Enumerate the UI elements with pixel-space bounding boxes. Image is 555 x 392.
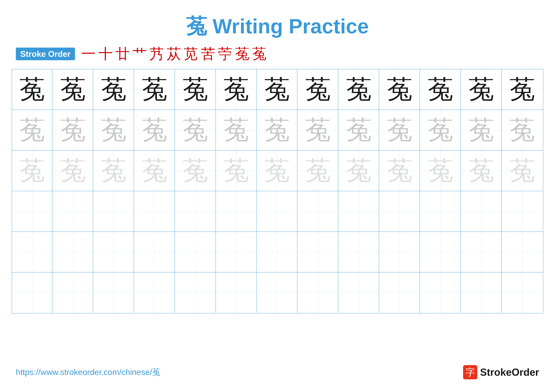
- grid-cell[interactable]: 菟: [53, 69, 93, 110]
- grid-cell[interactable]: [502, 191, 542, 231]
- grid-cell[interactable]: [12, 191, 52, 231]
- grid-cell[interactable]: 菟: [380, 69, 420, 110]
- grid-cell[interactable]: 菟: [502, 150, 542, 191]
- grid-cell[interactable]: 菟: [94, 69, 134, 110]
- grid-cell[interactable]: 菟: [175, 69, 216, 110]
- grid-cell[interactable]: 菟: [216, 110, 257, 150]
- grid-cell[interactable]: 菟: [502, 69, 542, 110]
- grid-cell[interactable]: 菟: [216, 69, 257, 110]
- grid-cell[interactable]: 菟: [461, 150, 502, 191]
- practice-char: 菟: [510, 117, 535, 143]
- practice-char: 菟: [346, 117, 372, 143]
- grid-cell[interactable]: 菟: [12, 110, 52, 150]
- grid-cell[interactable]: 菟: [134, 110, 175, 150]
- grid-cell[interactable]: [216, 272, 257, 313]
- grid-cell[interactable]: 菟: [257, 69, 297, 110]
- grid-cell[interactable]: 菟: [339, 110, 379, 150]
- grid-cell[interactable]: [134, 191, 175, 231]
- grid-cell[interactable]: [502, 232, 542, 272]
- grid-cell[interactable]: [53, 272, 93, 313]
- grid-cell[interactable]: [12, 232, 52, 272]
- grid-cell[interactable]: 菟: [461, 69, 502, 110]
- grid-cell[interactable]: [53, 232, 93, 272]
- grid-cell[interactable]: 菟: [94, 110, 134, 150]
- practice-grid: 菟 菟 菟 菟 菟 菟 菟 菟 菟 菟 菟 菟 菟 菟 菟 菟 菟 菟 菟 菟 …: [12, 69, 543, 314]
- grid-cell[interactable]: 菟: [175, 110, 216, 150]
- grid-cell[interactable]: 菟: [339, 69, 379, 110]
- stroke-11: 菟: [252, 47, 266, 61]
- grid-cell[interactable]: [461, 232, 502, 272]
- practice-char: 菟: [305, 77, 331, 102]
- grid-cell[interactable]: [134, 232, 175, 272]
- grid-cell[interactable]: [175, 272, 216, 313]
- grid-cell[interactable]: [421, 272, 461, 313]
- grid-cell[interactable]: [298, 191, 338, 231]
- grid-cell[interactable]: [94, 191, 134, 231]
- grid-cell[interactable]: 菟: [298, 150, 338, 191]
- grid-cell[interactable]: [216, 191, 257, 231]
- grid-cell[interactable]: [298, 272, 338, 313]
- grid-row-4: [12, 191, 543, 232]
- grid-cell[interactable]: 菟: [421, 110, 461, 150]
- practice-char: 菟: [183, 158, 208, 183]
- grid-cell[interactable]: [380, 232, 420, 272]
- grid-cell[interactable]: 菟: [175, 150, 216, 191]
- grid-cell[interactable]: 菟: [461, 110, 502, 150]
- grid-cell[interactable]: [339, 272, 379, 313]
- grid-cell[interactable]: [461, 191, 502, 231]
- grid-cell[interactable]: [339, 232, 379, 272]
- grid-row-6: [12, 272, 543, 313]
- grid-cell[interactable]: 菟: [12, 69, 52, 110]
- grid-cell[interactable]: [94, 232, 134, 272]
- grid-cell[interactable]: [257, 272, 297, 313]
- grid-cell[interactable]: 菟: [380, 110, 420, 150]
- practice-char: 菟: [510, 77, 535, 102]
- grid-cell[interactable]: 菟: [134, 150, 175, 191]
- practice-char: 菟: [305, 117, 331, 143]
- grid-cell[interactable]: [502, 272, 542, 313]
- grid-cell[interactable]: [461, 272, 502, 313]
- practice-char: 菟: [305, 158, 331, 183]
- grid-cell[interactable]: 菟: [339, 150, 379, 191]
- grid-cell[interactable]: [134, 272, 175, 313]
- grid-cell[interactable]: [339, 191, 379, 231]
- grid-cell[interactable]: [175, 191, 216, 231]
- grid-cell[interactable]: [216, 232, 257, 272]
- grid-cell[interactable]: 菟: [53, 110, 93, 150]
- grid-cell[interactable]: [257, 191, 297, 231]
- grid-cell[interactable]: 菟: [257, 110, 297, 150]
- grid-cell[interactable]: 菟: [216, 150, 257, 191]
- practice-char: 菟: [224, 117, 249, 143]
- grid-cell[interactable]: [380, 191, 420, 231]
- grid-cell[interactable]: 菟: [298, 110, 338, 150]
- practice-char: 菟: [224, 158, 249, 183]
- grid-cell[interactable]: [421, 191, 461, 231]
- practice-char: 菟: [264, 117, 290, 143]
- grid-cell[interactable]: 菟: [12, 150, 52, 191]
- page-title: 菟 Writing Practice: [186, 13, 369, 41]
- grid-cell[interactable]: [53, 191, 93, 231]
- grid-cell[interactable]: [257, 232, 297, 272]
- grid-cell[interactable]: [380, 272, 420, 313]
- grid-cell[interactable]: 菟: [134, 69, 175, 110]
- grid-cell[interactable]: [12, 272, 52, 313]
- stroke-2: 十: [98, 47, 113, 61]
- grid-cell[interactable]: 菟: [380, 150, 420, 191]
- grid-cell[interactable]: 菟: [298, 69, 338, 110]
- grid-cell[interactable]: 菟: [502, 110, 542, 150]
- stroke-7: 苋: [184, 47, 198, 61]
- grid-cell[interactable]: [421, 232, 461, 272]
- grid-cell[interactable]: 菟: [257, 150, 297, 191]
- practice-char: 菟: [183, 77, 208, 102]
- grid-cell[interactable]: [175, 232, 216, 272]
- practice-char: 菟: [346, 77, 372, 102]
- grid-cell[interactable]: [298, 232, 338, 272]
- grid-cell[interactable]: 菟: [53, 150, 93, 191]
- stroke-10: 菟: [235, 47, 249, 61]
- grid-cell[interactable]: 菟: [421, 69, 461, 110]
- practice-char: 菟: [469, 117, 494, 143]
- practice-char: 菟: [20, 77, 45, 102]
- grid-cell[interactable]: [94, 272, 134, 313]
- grid-cell[interactable]: 菟: [421, 150, 461, 191]
- grid-cell[interactable]: 菟: [94, 150, 134, 191]
